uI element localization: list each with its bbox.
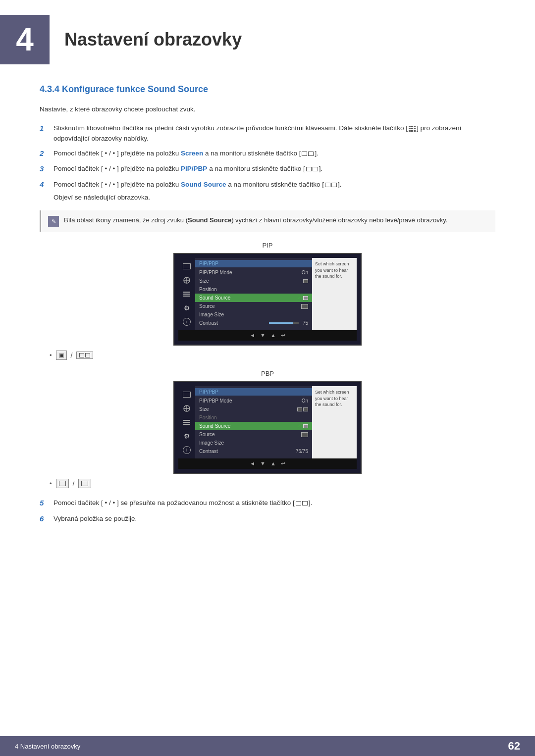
size-icon <box>303 279 308 283</box>
step-num-2: 2 <box>40 148 51 159</box>
pbp-mode-value: On <box>302 398 308 403</box>
pip-pbp-highlight: PIP/PBP <box>181 165 207 172</box>
monitor-icon <box>183 263 191 269</box>
step-num-5: 5 <box>40 498 51 509</box>
pbp-size-label: Size <box>199 406 297 412</box>
pip-position-label: Position <box>199 287 308 292</box>
pbp-info-panel: Set which screen you want to hear the so… <box>312 386 357 458</box>
pip-sound-value: ✓ <box>297 295 308 301</box>
pip-imgsize-label: Image Size <box>199 312 308 317</box>
sq-icon-5 <box>296 501 308 505</box>
info-icon: i <box>183 318 191 326</box>
pbp-ctrl-enter: ↩ <box>281 460 285 467</box>
pbp-ctrl-down: ▼ <box>260 460 266 467</box>
sound-source-highlight: Sound Source <box>181 181 226 188</box>
step-6: 6 Vybraná položka se použije. <box>40 514 495 525</box>
pbp-source-value <box>301 432 308 437</box>
pip-menu-row-imgsize: Image Size <box>195 310 312 319</box>
pbp-icon-2 <box>78 479 91 488</box>
pbp-sep: / <box>73 480 75 488</box>
ctrl-left: ◄ <box>250 332 255 339</box>
pbp-bullet-dot: • <box>50 480 52 487</box>
grid-icon <box>409 126 416 132</box>
pbp-menu-header: PIP/PBP <box>195 388 312 396</box>
pip-info-panel: Set which screen you want to hear the so… <box>312 258 357 330</box>
pip-icon-1: ▣ <box>56 351 67 360</box>
pbp-label: PBP <box>40 370 495 377</box>
pbp-menu-panel: PIP/PBP PIP/PBP Mode On Size <box>195 386 312 458</box>
pbp-menu-row-sound: Sound Source ✓ <box>195 422 312 430</box>
main-content: 4.3.4 Konfigurace funkce Sound Source Na… <box>0 84 535 562</box>
step-text-6: Vybraná položka se použije. <box>54 514 495 524</box>
step-3: 3 Pomocí tlačítek [ • / • ] přejděte na … <box>40 164 495 175</box>
pbp-menu-row-mode: PIP/PBP Mode On <box>195 397 312 405</box>
lines-icon <box>183 292 190 297</box>
ctrl-enter: ↩ <box>281 332 285 339</box>
pbp-source-icon <box>301 432 308 437</box>
page-footer: 4 Nastavení obrazovky 62 <box>0 736 535 756</box>
pip-monitor-controls: ◄ ▼ ▲ ↩ <box>178 330 357 341</box>
pbp-sound-label: Sound Source <box>199 423 297 429</box>
pip-monitor-icon <box>181 261 192 272</box>
pip-menu-row-sound: Sound Source ✓ <box>195 294 312 302</box>
pip-menu-row-source: Source <box>195 302 312 310</box>
pip-size-value <box>303 279 308 283</box>
step-num-1: 1 <box>40 123 51 134</box>
pip-icon-2 <box>76 352 93 359</box>
pbp-imgsize-label: Image Size <box>199 440 308 446</box>
ctrl-up: ▲ <box>270 332 276 339</box>
step-num-3: 3 <box>40 163 51 175</box>
step-text-1: Stisknutím libovolného tlačítka na předn… <box>54 123 495 144</box>
chapter-title: Nastavení obrazovky <box>64 29 242 50</box>
pip-size-label: Size <box>199 278 303 284</box>
pip-menu-panel: PIP/PBP PIP/PBP Mode On Size Po <box>195 258 312 330</box>
pbp-checkmark: ✓ <box>297 423 301 429</box>
step-text-4: Pomocí tlačítek [ • / • ] přejděte na po… <box>54 180 495 203</box>
pip-mode-label: PIP/PBP Mode <box>199 270 302 275</box>
pbp-mode-label: PIP/PBP Mode <box>199 398 302 403</box>
pbp-position-label: Position <box>199 415 308 420</box>
sq-icon-4 <box>325 183 337 187</box>
contrast-slider <box>269 322 299 324</box>
pbp-arrows-icon <box>181 403 192 414</box>
pbp-contrast-label: Contrast <box>199 449 296 454</box>
step-4: 4 Pomocí tlačítek [ • / • ] přejděte na … <box>40 180 495 203</box>
pbp-monitor-disp-icon <box>183 392 191 398</box>
note-icon: ✎ <box>48 216 59 227</box>
pbp-size-value <box>297 407 308 411</box>
pbp-contrast-value: 75/75 <box>296 449 308 454</box>
pbp-menu-row-source: Source <box>195 430 312 439</box>
pbp-menu-row-imgsize: Image Size <box>195 439 312 447</box>
pip-lines-icon <box>181 289 192 300</box>
pip-sep: / <box>71 352 73 359</box>
pbp-info: i <box>183 446 191 454</box>
pip-label: PIP <box>40 242 495 249</box>
pbp-sound-value: ✓ <box>297 423 308 429</box>
section-title: 4.3.4 Konfigurace funkce Sound Source <box>40 84 495 97</box>
pip-bullet-icons: • ▣ / <box>50 351 495 360</box>
pip-info-text: Set which screen you want to hear the so… <box>315 261 354 280</box>
sub-text-4: Objeví se následující obrazovka. <box>54 193 495 202</box>
pbp-lines-icon <box>181 417 192 428</box>
note-text: Bílá oblast ikony znamená, že zdroj zvuk… <box>64 215 488 225</box>
step-5: 5 Pomocí tlačítek [ • / • ] se přesuňte … <box>40 498 495 509</box>
step-text-3: Pomocí tlačítek [ • / • ] přejděte na po… <box>54 164 495 174</box>
checkmark-icon: ✓ <box>297 295 301 301</box>
pbp-monitor-container: ⚙ i PIP/PBP PIP/PBP Mode On <box>40 381 495 474</box>
step-2: 2 Pomocí tlačítek [ • / • ] přejděte na … <box>40 149 495 159</box>
pbp-menu-row-size: Size <box>195 405 312 413</box>
step-text-5: Pomocí tlačítek [ • / • ] se přesuňte na… <box>54 498 495 508</box>
footer-page-num: 62 <box>508 740 520 753</box>
pbp-sidebar: ⚙ i <box>178 386 195 458</box>
gear-icon: ⚙ <box>184 304 190 312</box>
pbp-monitor-icon <box>181 389 192 400</box>
page-header: 4 Nastavení obrazovky <box>0 0 535 74</box>
pbp-bullet-icons: • / <box>50 479 495 488</box>
pbp-lines <box>183 420 190 425</box>
note-box: ✎ Bílá oblast ikony znamená, že zdroj zv… <box>40 210 495 232</box>
pip-monitor-container: ⚙ i PIP/PBP PIP/PBP Mode On <box>40 253 495 346</box>
pbp-gear: ⚙ <box>184 432 190 440</box>
pbp-menu-row-contrast: Contrast 75/75 <box>195 447 312 455</box>
chapter-number: 4 <box>0 15 50 64</box>
pip-contrast-value: 75 <box>269 320 308 326</box>
